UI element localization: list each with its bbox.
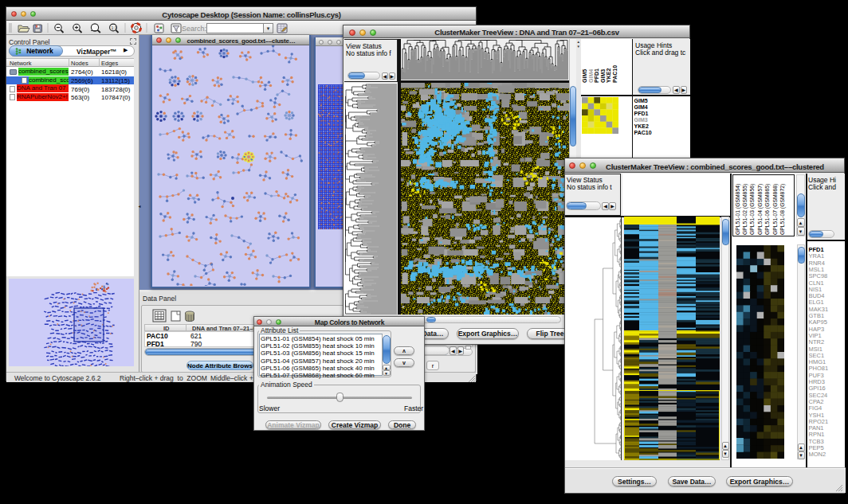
- svg-text:1:1: 1:1: [112, 25, 117, 30]
